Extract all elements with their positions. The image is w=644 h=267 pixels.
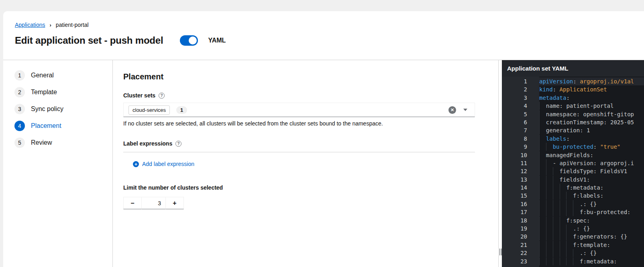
- indent-guide: [539, 167, 546, 175]
- step-number: 1: [14, 70, 25, 81]
- yaml-line: f:spec:: [539, 216, 644, 225]
- line-number: 16: [502, 200, 527, 208]
- yaml-panel-header: Application set YAML: [502, 60, 644, 77]
- yaml-line: - apiVersion: argoproj.i: [539, 159, 644, 167]
- breadcrumb-current: patient-portal: [56, 22, 89, 28]
- line-number: 17: [502, 208, 527, 216]
- indent-guide: [560, 208, 567, 216]
- indent-guide: [539, 176, 546, 184]
- indent-guide: [553, 208, 560, 216]
- yaml-panel-title: Application set YAML: [507, 65, 569, 72]
- cluster-sets-multiselect[interactable]: cloud-services 1 ✕: [123, 103, 475, 117]
- page-title: Edit application set - push model: [15, 35, 163, 46]
- wizard-step-general[interactable]: 1 General: [3, 67, 112, 84]
- indent-guide: [539, 126, 546, 134]
- indent-guide: [546, 143, 553, 151]
- indent-guide: [566, 192, 573, 200]
- yaml-line: namespace: openshift-gitop: [539, 110, 644, 118]
- add-label-expression-text: Add label expression: [142, 161, 194, 167]
- selection-count-badge: 1: [176, 106, 187, 114]
- indent-guide: [539, 249, 546, 257]
- indent-guide: [546, 176, 553, 184]
- line-number-gutter: 1234567891011121314151617181920212223: [502, 77, 539, 267]
- line-number: 14: [502, 184, 527, 192]
- indent-guide: [573, 257, 580, 265]
- step-number: 4: [14, 121, 25, 131]
- yaml-line: f:generators: {}: [539, 233, 644, 241]
- breadcrumb-link-applications[interactable]: Applications: [15, 22, 45, 28]
- indent-guide: [539, 208, 546, 216]
- plus-button[interactable]: +: [165, 197, 184, 209]
- indent-guide: [573, 208, 580, 216]
- times-circle-icon[interactable]: ✕: [448, 106, 456, 114]
- indent-guide: [539, 110, 546, 118]
- indent-guide: [573, 249, 580, 257]
- caret-down-icon[interactable]: [463, 109, 467, 111]
- question-circle-icon[interactable]: ?: [159, 93, 165, 99]
- indent-guide: [546, 192, 553, 200]
- cluster-sets-label: Cluster sets: [123, 92, 155, 99]
- indent-guide: [546, 208, 553, 216]
- line-number: 10: [502, 151, 527, 159]
- step-label: General: [31, 72, 54, 79]
- wizard-step-template[interactable]: 2 Template: [3, 84, 112, 101]
- indent-guide: [566, 200, 573, 208]
- yaml-toggle[interactable]: [180, 35, 198, 46]
- line-number: 2: [502, 85, 527, 93]
- line-number: 6: [502, 118, 527, 126]
- yaml-line: creationTimestamp: 2025-05: [539, 118, 644, 126]
- cluster-limit-label: Limit the number of clusters selected: [123, 184, 223, 191]
- cluster-limit-value[interactable]: 3: [141, 197, 166, 209]
- line-number: 5: [502, 110, 527, 118]
- indent-guide: [546, 159, 553, 167]
- wizard-step-sync-policy[interactable]: 3 Sync policy: [3, 101, 112, 117]
- indent-guide: [553, 249, 560, 257]
- yaml-code-area[interactable]: apiVersion: argoproj.io/v1alkind: Applic…: [539, 77, 644, 267]
- yaml-line: name: patient-portal: [539, 102, 644, 110]
- page-header: Applications › patient-portal Edit appli…: [3, 11, 644, 60]
- wizard-step-placement[interactable]: 4 Placement: [3, 117, 112, 134]
- step-label: Sync policy: [31, 105, 63, 113]
- question-circle-icon[interactable]: ?: [175, 141, 181, 147]
- line-number: 7: [502, 126, 527, 134]
- label-expressions-label: Label expressions: [123, 140, 172, 147]
- indent-guide: [539, 118, 546, 126]
- line-number: 4: [502, 102, 527, 110]
- step-label: Placement: [31, 122, 61, 129]
- step-label: Template: [31, 89, 57, 96]
- indent-guide: [546, 200, 553, 208]
- yaml-line: metadata:: [539, 94, 644, 102]
- drawer-splitter: [498, 60, 502, 267]
- line-number: 3: [502, 94, 527, 102]
- indent-guide: [553, 225, 560, 233]
- line-number: 12: [502, 167, 527, 175]
- indent-guide: [539, 216, 546, 225]
- yaml-line: .: {}: [539, 225, 644, 233]
- indent-guide: [560, 184, 567, 192]
- line-number: 13: [502, 176, 527, 184]
- line-number: 15: [502, 192, 527, 200]
- line-number: 21: [502, 241, 527, 249]
- line-number: 18: [502, 216, 527, 225]
- yaml-line: f:metadata:: [539, 257, 644, 265]
- indent-guide: [560, 233, 567, 241]
- yaml-drawer-panel: Application set YAML 1234567891011121314…: [502, 60, 644, 267]
- indent-guide: [560, 192, 567, 200]
- yaml-line: f:metadata:: [539, 184, 644, 192]
- indent-guide: [573, 200, 580, 208]
- line-number: 11: [502, 159, 527, 167]
- step-number: 2: [14, 87, 25, 97]
- wizard-step-review[interactable]: 5 Review: [3, 134, 112, 151]
- yaml-toggle-knob: [189, 36, 197, 44]
- yaml-line: labels:: [539, 135, 644, 143]
- indent-guide: [539, 241, 546, 249]
- yaml-line: kind: ApplicationSet: [539, 85, 644, 93]
- indent-guide: [553, 167, 560, 175]
- line-number: 19: [502, 225, 527, 233]
- yaml-line: generation: 1: [539, 126, 644, 134]
- indent-guide: [539, 102, 546, 110]
- line-number: 1: [502, 77, 527, 85]
- indent-guide: [553, 200, 560, 208]
- indent-guide: [546, 225, 553, 233]
- minus-button[interactable]: −: [123, 197, 142, 209]
